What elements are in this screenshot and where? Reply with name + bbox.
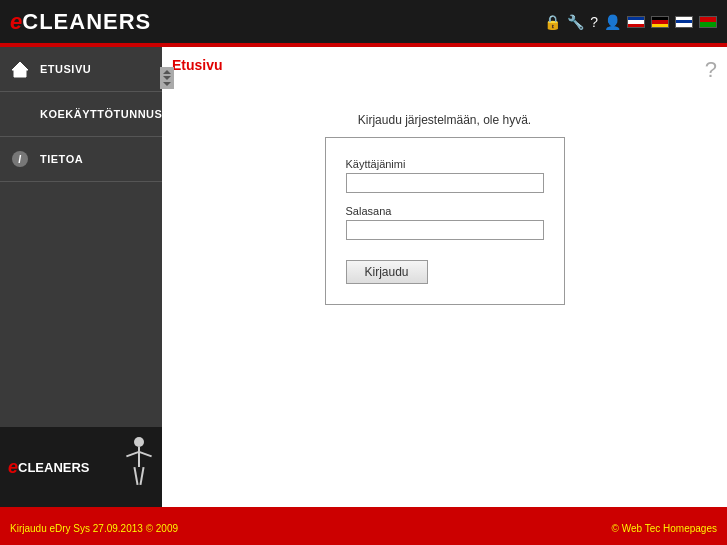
help-content-icon[interactable]: ? (705, 57, 717, 83)
footer: Kirjaudu eDry Sys 27.09.2013 © 2009 © We… (0, 507, 727, 545)
collapse-arrows[interactable] (160, 67, 174, 89)
sidebar-bottom: e CLEANERS (0, 427, 162, 507)
lock-icon[interactable]: 🔒 (544, 14, 561, 30)
footer-right-text: © Web Tec Homepages (612, 523, 717, 534)
password-input[interactable] (346, 220, 544, 240)
cleaner-figure (124, 437, 154, 497)
info-icon-shape: i (12, 151, 28, 167)
page-title: Etusivu (172, 57, 717, 73)
password-label: Salasana (346, 205, 544, 217)
login-button[interactable]: Kirjaudu (346, 260, 428, 284)
sidebar: ETUSIVU KOEKÄYTTÖTUNNUS i TIETOA e CLEAN… (0, 47, 162, 507)
sidebar-item-tietoa[interactable]: i TIETOA (0, 137, 162, 182)
sidebar-label-etusivu: ETUSIVU (40, 63, 91, 75)
arrow-down-icon (163, 76, 171, 80)
password-group: Salasana (346, 205, 544, 240)
login-prompt: Kirjaudu järjestelmään, ole hyvä. (358, 113, 531, 127)
arrow-up-icon (163, 70, 171, 74)
koekäyttötunnus-icon (8, 102, 32, 126)
sidebar-bottom-text: CLEANERS (18, 460, 90, 475)
help-header-icon[interactable]: ? (590, 14, 598, 30)
header-icons: 🔒 🔧 ? 👤 (544, 14, 717, 30)
login-container: Kirjaudu järjestelmään, ole hyvä. Käyttä… (172, 113, 717, 305)
sidebar-item-etusivu[interactable]: ETUSIVU (0, 47, 162, 92)
wrench-icon[interactable]: 🔧 (567, 14, 584, 30)
login-box: Käyttäjänimi Salasana Kirjaudu (325, 137, 565, 305)
flag-uk-icon[interactable] (627, 16, 645, 28)
username-group: Käyttäjänimi (346, 158, 544, 193)
content-area: Etusivu ? Kirjaudu järjestelmään, ole hy… (162, 47, 727, 507)
flag-de-icon[interactable] (651, 16, 669, 28)
logo: e CLEANERS (10, 9, 151, 35)
sidebar-label-tietoa: TIETOA (40, 153, 83, 165)
logo-text: CLEANERS (22, 9, 151, 35)
logo-e: e (10, 9, 22, 35)
main-layout: ETUSIVU KOEKÄYTTÖTUNNUS i TIETOA e CLEAN… (0, 47, 727, 507)
sidebar-label-koekäyttötunnus: KOEKÄYTTÖTUNNUS (40, 108, 162, 120)
svg-marker-0 (12, 62, 28, 77)
header: e CLEANERS 🔒 🔧 ? 👤 (0, 0, 727, 43)
sidebar-bottom-e: e (8, 457, 18, 478)
sidebar-item-koekäyttötunnus[interactable]: KOEKÄYTTÖTUNNUS (0, 92, 162, 137)
info-nav-icon: i (8, 147, 32, 171)
footer-left-text: Kirjaudu eDry Sys 27.09.2013 © 2009 (10, 523, 178, 534)
home-nav-icon (8, 57, 32, 81)
flag-extra-icon[interactable] (699, 16, 717, 28)
flag-fi-icon[interactable] (675, 16, 693, 28)
username-input[interactable] (346, 173, 544, 193)
username-label: Käyttäjänimi (346, 158, 544, 170)
user-icon[interactable]: 👤 (604, 14, 621, 30)
arrow-down-icon2 (163, 82, 171, 86)
sidebar-bottom-logo: e CLEANERS (8, 457, 90, 478)
